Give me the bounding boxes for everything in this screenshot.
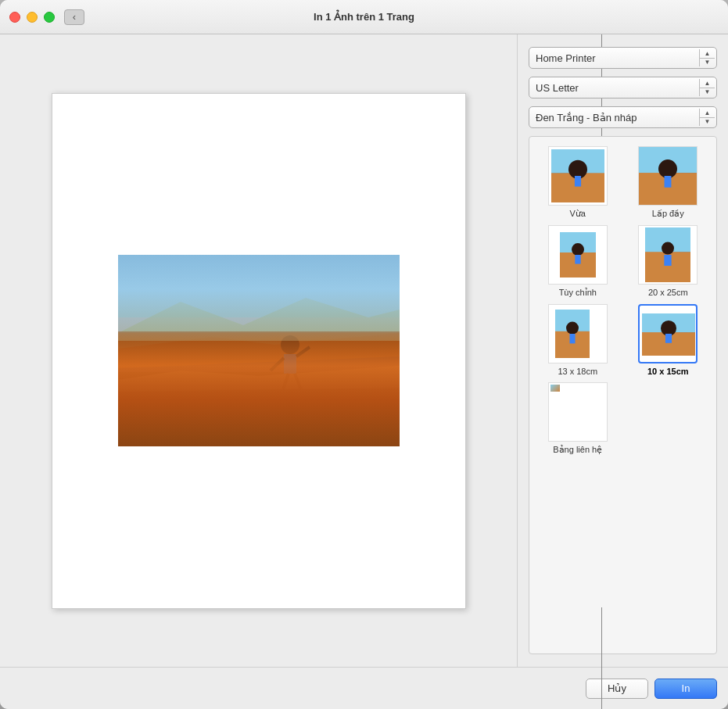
paper-size-dropdown-container: US Letter ▲ ▼ — [529, 77, 717, 98]
size-thumb-20x25 — [638, 225, 698, 285]
color-mode-dropdown-container: Đen Trắng - Bản nháp ▲ ▼ — [529, 106, 717, 128]
maximize-button[interactable] — [44, 12, 55, 23]
thumb-vua-svg — [551, 149, 604, 202]
svg-rect-18 — [575, 176, 581, 187]
size-grid-scroll[interactable]: Vừa — [529, 136, 717, 654]
size-option-lap-day[interactable]: Lấp đầy — [626, 146, 711, 219]
svg-rect-5 — [118, 372, 400, 446]
sidebar: Home Printer ▲ ▼ US Letter ▲ ▼ — [517, 34, 728, 667]
size-label-bang-lien-he: Bảng liên hệ — [553, 445, 602, 455]
size-option-tuy-chinh[interactable]: Tùy chỉnh — [536, 225, 620, 298]
size-label-tuy-chinh: Tùy chỉnh — [559, 288, 597, 298]
traffic-lights — [9, 12, 55, 23]
size-thumb-bang-lien-he — [548, 382, 608, 442]
bottom-bar: Hủy In — [0, 667, 728, 709]
size-label-lap-day: Lấp đầy — [652, 209, 684, 219]
size-thumb-tuy-chinh — [548, 225, 608, 285]
size-option-bang-lien-he[interactable]: Bảng liên hệ — [536, 382, 620, 455]
cancel-button[interactable]: Hủy — [586, 679, 648, 699]
size-thumb-13x18 — [548, 304, 608, 363]
svg-rect-3 — [118, 333, 400, 446]
print-dialog-window: ‹ In 1 Ảnh trên 1 Trang — [0, 0, 728, 709]
svg-marker-2 — [118, 298, 400, 341]
size-option-10x15[interactable]: 10 x 15cm — [626, 304, 711, 376]
titlebar: ‹ In 1 Ảnh trên 1 Trang — [0, 0, 728, 34]
size-thumb-lap-day — [638, 146, 698, 206]
svg-rect-0 — [118, 255, 400, 333]
svg-rect-10 — [284, 354, 296, 374]
size-option-20x25[interactable]: 20 x 25cm — [626, 225, 711, 298]
color-mode-stepper-down[interactable]: ▼ — [700, 118, 715, 127]
size-label-10x15: 10 x 15cm — [647, 367, 689, 376]
svg-rect-38 — [665, 334, 672, 343]
svg-rect-22 — [665, 176, 672, 188]
svg-rect-4 — [118, 349, 400, 446]
paper-size-stepper[interactable]: ▲ ▼ — [699, 79, 715, 96]
preview-area — [0, 34, 517, 667]
back-icon: ‹ — [73, 11, 76, 23]
printer-stepper-up[interactable]: ▲ — [700, 49, 715, 59]
svg-line-12 — [282, 374, 289, 392]
svg-rect-34 — [569, 334, 575, 343]
paper-preview — [52, 93, 466, 609]
size-option-13x18[interactable]: 13 x 18cm — [536, 304, 620, 376]
svg-point-29 — [662, 242, 674, 255]
size-thumb-vua — [548, 146, 608, 206]
svg-marker-7 — [118, 366, 400, 392]
thumb-13x18-svg — [555, 310, 590, 358]
printer-dropdown-container: Home Printer ▲ ▼ — [529, 47, 717, 69]
svg-point-25 — [572, 243, 584, 256]
window-title: In 1 Ảnh trên 1 Trang — [314, 11, 414, 23]
size-label-vua: Vừa — [570, 209, 586, 219]
svg-point-9 — [281, 335, 299, 354]
size-grid: Vừa — [536, 143, 710, 458]
size-label-20x25: 20 x 25cm — [648, 288, 688, 297]
svg-point-21 — [658, 159, 677, 178]
close-button[interactable] — [9, 12, 20, 23]
size-option-vua[interactable]: Vừa — [536, 146, 620, 219]
svg-line-13 — [295, 374, 302, 392]
svg-point-33 — [566, 322, 579, 335]
photo-preview — [118, 255, 400, 446]
paper-size-value: US Letter — [536, 82, 579, 94]
svg-rect-1 — [118, 317, 400, 341]
thumb-10x15-svg — [642, 313, 695, 356]
paper-size-stepper-up[interactable]: ▲ — [700, 79, 715, 88]
annotation-line-bottom — [601, 607, 602, 709]
photo-svg — [118, 255, 400, 446]
color-mode-dropdown[interactable]: Đen Trắng - Bản nháp ▲ ▼ — [529, 106, 717, 128]
paper-size-stepper-down[interactable]: ▼ — [700, 88, 715, 97]
thumb-tuy-chinh-svg — [560, 232, 596, 278]
svg-line-14 — [271, 358, 284, 371]
color-mode-stepper[interactable]: ▲ ▼ — [699, 109, 715, 126]
svg-rect-30 — [665, 255, 672, 266]
size-thumb-10x15 — [638, 304, 698, 363]
svg-rect-26 — [575, 255, 580, 264]
back-button[interactable]: ‹ — [64, 9, 84, 25]
svg-marker-6 — [118, 333, 400, 368]
print-button[interactable]: In — [654, 679, 717, 699]
paper-size-dropdown[interactable]: US Letter ▲ ▼ — [529, 77, 717, 98]
svg-point-37 — [661, 320, 676, 336]
size-label-13x18: 13 x 18cm — [558, 367, 597, 376]
color-mode-stepper-up[interactable]: ▲ — [700, 109, 715, 118]
printer-stepper-down[interactable]: ▼ — [700, 59, 715, 67]
printer-value: Home Printer — [536, 52, 596, 64]
printer-dropdown[interactable]: Home Printer ▲ ▼ — [529, 47, 717, 69]
svg-point-8 — [142, 398, 188, 417]
svg-line-11 — [296, 347, 310, 356]
printer-stepper[interactable]: ▲ ▼ — [699, 49, 715, 66]
thumb-20x25-svg — [645, 227, 690, 282]
minimize-button[interactable] — [27, 12, 38, 23]
thumb-lap-day-svg — [639, 147, 697, 205]
color-mode-value: Đen Trắng - Bản nháp — [536, 112, 637, 124]
